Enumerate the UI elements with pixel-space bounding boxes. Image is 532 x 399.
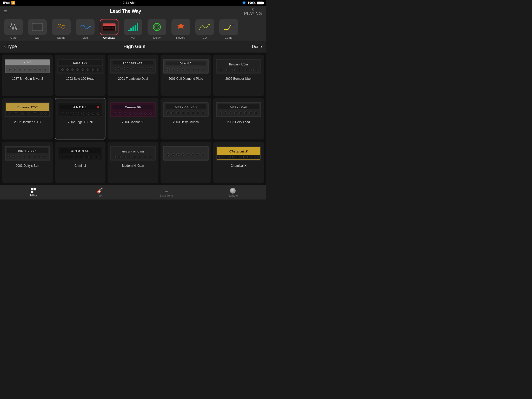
amp-image-deity-lead: DIETY LEAD [216, 102, 261, 118]
effect-delay[interactable]: Delay [145, 19, 168, 39]
effect-reverb[interactable]: Reverb [169, 19, 192, 39]
amp-card-modern-hi[interactable]: Modern Hi-Gain Modern Hi-Gain [108, 142, 158, 183]
effect-label-vol: Vol [131, 36, 135, 39]
type-title: High Gain [17, 44, 252, 49]
effect-eq[interactable]: EQ [193, 19, 216, 39]
svg-point-150 [38, 155, 41, 158]
tab-tuner[interactable]: 🎸Tuner [66, 185, 133, 200]
svg-point-26 [14, 68, 16, 71]
amp-card-deity-lead[interactable]: DIETY LEAD 2003 Deity Lead [213, 98, 264, 139]
svg-point-173 [144, 156, 146, 158]
amp-name-bomber-xtc: 2002 Bomber X-TC [14, 120, 41, 124]
svg-point-78 [251, 69, 254, 71]
back-button[interactable]: ‹ Type [4, 44, 17, 49]
svg-point-195 [253, 156, 255, 158]
svg-point-39 [72, 69, 74, 71]
effect-label-reverb: Reverb [176, 36, 185, 39]
amp-name-solo-100: 1993 Solo 100 Head [66, 77, 94, 81]
svg-point-42 [87, 69, 89, 71]
effect-icon-stomp [52, 19, 71, 35]
svg-point-133 [224, 112, 227, 114]
svg-point-89 [40, 112, 42, 115]
effect-wah[interactable]: Wah [26, 19, 49, 39]
amp-card-connor-50[interactable]: Connor 50 2003 Connor 50 [108, 98, 158, 139]
menu-button[interactable]: ≡ [4, 9, 7, 14]
tab-remote[interactable]: Remote [200, 185, 266, 200]
svg-text:Solo 100: Solo 100 [73, 61, 88, 64]
svg-rect-165 [111, 147, 155, 159]
effect-icon-wah [28, 19, 47, 35]
amp-card-chemical[interactable]: Chemical X Chemical X [213, 142, 264, 183]
svg-point-77 [245, 69, 247, 71]
svg-point-190 [225, 156, 227, 158]
effect-stomp[interactable]: Stomp [50, 19, 73, 39]
effect-icon-vol [124, 19, 142, 35]
amp-card-bomber-uber[interactable]: Bomber Uber 2002 Bomber Uber [213, 55, 264, 96]
amp-card-cali-diamond[interactable]: DIANA 2001 Cali Diamond Plate [161, 55, 211, 96]
effect-label-mod: Mod [82, 36, 88, 39]
amp-grid: Brit 1987 Brit Gain Silver J Solo 100 19… [0, 52, 266, 185]
svg-text:TREADPLATE: TREADPLATE [123, 62, 143, 64]
svg-point-184 [202, 153, 204, 156]
svg-point-194 [247, 156, 249, 158]
amp-card-bomber-xtc[interactable]: Bomber XTC 2002 Bomber X-TC [2, 98, 53, 139]
svg-rect-36 [58, 66, 102, 72]
svg-point-112 [135, 112, 137, 115]
amp-card-deity-crunch[interactable]: DIETY CRUNCH 2003 Deity Crunch [161, 98, 211, 139]
playing-label: PLAYING [244, 11, 262, 16]
tab-savetone[interactable]: ☁Save Tone [133, 185, 200, 200]
effect-vol[interactable]: Vol [122, 19, 144, 39]
amp-name-deity-lead: 2003 Deity Lead [227, 120, 250, 124]
svg-point-85 [15, 112, 17, 115]
svg-text:Chemical X: Chemical X [229, 150, 248, 153]
svg-point-168 [119, 156, 121, 158]
device-label: iPad [3, 1, 10, 5]
tab-editor[interactable]: Editor [0, 185, 66, 200]
svg-point-196 [256, 156, 258, 158]
svg-point-64 [177, 68, 179, 71]
status-right: 🔷 100% [242, 1, 263, 5]
amp-card-angel-pball[interactable]: ANGEL 2002 Angel P-Ball [55, 98, 105, 139]
svg-text:Bomber XTC: Bomber XTC [17, 105, 38, 109]
svg-point-37 [62, 69, 64, 71]
effect-ampcab[interactable]: Amp/Cab [98, 19, 121, 39]
svg-point-169 [124, 156, 126, 158]
svg-point-38 [66, 69, 69, 71]
editor-icon [31, 188, 36, 193]
effect-comp[interactable]: Comp [217, 19, 240, 39]
svg-point-98 [76, 112, 79, 115]
done-button[interactable]: Done [252, 44, 262, 49]
amp-name-cali-diamond: 2001 Cali Diamond Plate [169, 77, 203, 81]
svg-line-19 [228, 25, 231, 30]
svg-point-125 [192, 112, 194, 114]
amp-card-solo-100[interactable]: Solo 100 1993 Solo 100 Head [55, 55, 105, 96]
amp-card-criminal[interactable]: CRIMINAL Criminal [55, 142, 105, 183]
svg-point-96 [66, 112, 69, 115]
svg-point-160 [81, 156, 84, 158]
amp-card-treadplate[interactable]: TREADPLATE 2001 Treadplate Dual [108, 55, 158, 96]
svg-text:DIETY'S SON: DIETY'S SON [18, 149, 37, 152]
svg-point-87 [28, 112, 30, 115]
svg-text:Brit: Brit [24, 60, 31, 64]
amp-card-bottom4[interactable] [161, 142, 211, 183]
effects-row: GateWahStompMod Amp/CabVolDelayReverbEQC… [0, 17, 266, 41]
effect-icon-reverb [171, 19, 190, 35]
svg-point-67 [192, 68, 195, 71]
svg-point-123 [182, 112, 184, 114]
effect-icon-gate [4, 19, 23, 35]
amp-card-brit-silver[interactable]: Brit 1987 Brit Gain Silver J [2, 55, 53, 96]
bluetooth-icon: 🔷 [242, 1, 246, 5]
svg-rect-8 [109, 27, 111, 29]
svg-text:DIETY CRUNCH: DIETY CRUNCH [175, 106, 197, 109]
svg-point-102 [97, 112, 99, 115]
svg-point-110 [124, 112, 127, 115]
svg-point-170 [129, 156, 131, 158]
effect-label-wah: Wah [35, 36, 40, 39]
amp-image-angel-pball: ANGEL [57, 102, 103, 118]
svg-point-97 [71, 112, 74, 115]
svg-point-127 [202, 112, 204, 114]
svg-point-73 [220, 69, 222, 71]
effect-mod[interactable]: Mod [74, 19, 97, 39]
amp-card-deity-son[interactable]: DIETY'S SON 2003 Deity's Son [2, 142, 53, 183]
effect-gate[interactable]: Gate [2, 19, 25, 39]
